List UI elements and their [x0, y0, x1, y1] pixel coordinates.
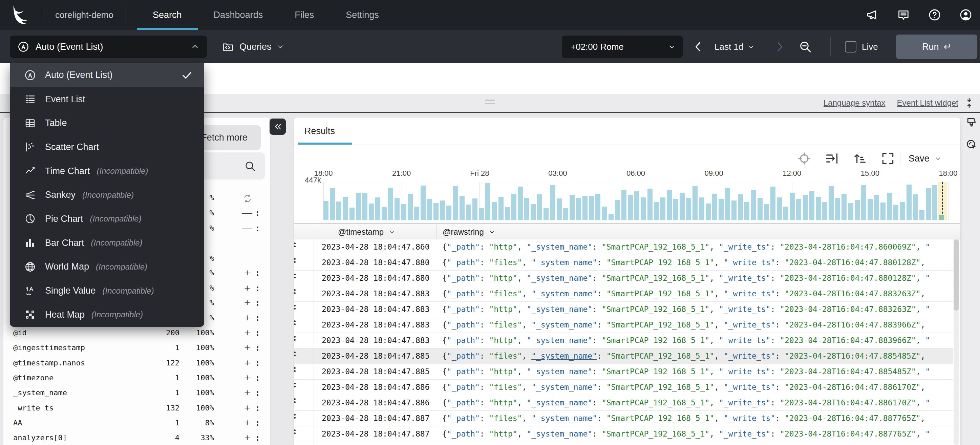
remove-field-button[interactable]: —: [240, 221, 254, 236]
add-field-button[interactable]: +: [240, 296, 254, 311]
nav-tab-search[interactable]: Search: [137, 0, 198, 30]
view-menu-item-pie-chart[interactable]: Pie Chart(Incompatible): [10, 207, 204, 231]
field-menu-icon[interactable]: [257, 224, 267, 234]
field-menu-icon[interactable]: [257, 283, 267, 294]
row-menu-cell[interactable]: [294, 302, 314, 317]
add-field-button[interactable]: +: [240, 401, 254, 416]
sort-ascending-icon[interactable]: [852, 151, 867, 166]
table-row[interactable]: 2023-04-28 18:04:47.886{"_path": "http",…: [294, 395, 953, 411]
table-row[interactable]: 2023-04-28 18:04:47.885{"_path": "files"…: [294, 348, 953, 364]
field-name[interactable]: @timezone: [13, 373, 54, 382]
fullscreen-icon[interactable]: [880, 151, 895, 166]
add-field-button[interactable]: +: [240, 416, 254, 431]
add-field-button[interactable]: +: [240, 326, 254, 341]
field-name[interactable]: @timestamp.nanos: [13, 359, 85, 367]
field-menu-icon[interactable]: [257, 373, 267, 383]
field-name[interactable]: @id: [13, 329, 27, 337]
field-menu-icon[interactable]: [257, 268, 267, 278]
save-dropdown-button[interactable]: Save: [908, 151, 942, 166]
row-menu-cell[interactable]: [294, 411, 314, 426]
corelight-logo-icon[interactable]: [10, 4, 32, 26]
help-icon[interactable]: [928, 8, 942, 22]
add-field-button[interactable]: +: [240, 341, 254, 356]
tab-results[interactable]: Results: [304, 118, 335, 145]
table-row[interactable]: 2023-04-28 18:04:47.887{"_path": "http",…: [294, 426, 953, 442]
scrollbar-thumb[interactable]: [954, 240, 959, 311]
nav-tab-settings[interactable]: Settings: [330, 0, 395, 30]
view-menu-item-auto-event-list-[interactable]: Auto (Event List): [10, 64, 204, 87]
results-scrollbar[interactable]: [954, 240, 959, 445]
add-field-button[interactable]: +: [240, 386, 254, 400]
view-menu-item-heat-map[interactable]: Heat Map(Incompatible): [10, 303, 204, 327]
table-row[interactable]: 2023-04-28 18:04:47.885{"_path": "http",…: [294, 364, 953, 380]
add-field-button[interactable]: +: [240, 311, 254, 326]
announcements-icon[interactable]: [865, 8, 879, 22]
field-menu-icon[interactable]: [257, 343, 267, 353]
add-field-button[interactable]: +: [240, 281, 254, 296]
field-menu-icon[interactable]: [257, 388, 267, 398]
table-row[interactable]: 2023-04-28 18:04:47.883{"_path": "http",…: [294, 302, 953, 317]
nav-tab-files[interactable]: Files: [279, 0, 330, 30]
field-menu-icon[interactable]: [257, 313, 267, 323]
view-menu-item-scatter-chart[interactable]: Scatter Chart: [10, 135, 204, 159]
field-menu-icon[interactable]: [257, 418, 267, 428]
view-menu-item-single-value[interactable]: Single Value(Incompatible): [10, 279, 204, 303]
feedback-icon[interactable]: [897, 8, 910, 22]
wrap-lines-icon[interactable]: [824, 151, 839, 166]
styling-brush-icon[interactable]: [965, 116, 978, 130]
table-row[interactable]: 2023-04-28 18:04:47.860{"_path": "http",…: [294, 240, 953, 255]
time-forward-button[interactable]: [773, 40, 786, 54]
row-menu-cell[interactable]: [294, 364, 314, 379]
view-selector-dropdown[interactable]: Auto (Event List): [10, 35, 207, 58]
timezone-selector[interactable]: +02:00 Rome: [562, 35, 682, 58]
field-menu-icon[interactable]: [257, 208, 267, 218]
view-menu-item-bar-chart[interactable]: Bar Chart(Incompatible): [10, 231, 204, 255]
add-field-button[interactable]: +: [240, 356, 254, 371]
live-checkbox[interactable]: [845, 41, 856, 52]
collapse-fields-panel-button[interactable]: [270, 119, 286, 135]
row-menu-cell[interactable]: [294, 395, 314, 410]
table-row[interactable]: 2023-04-28 18:04:47.880{"_path": "http",…: [294, 270, 953, 286]
interactions-target-icon[interactable]: [965, 138, 978, 151]
field-menu-icon[interactable]: [257, 403, 267, 413]
repository-name[interactable]: corelight-demo: [55, 0, 113, 30]
table-row[interactable]: 2023-04-28 18:04:47.880{"_path": "files"…: [294, 255, 953, 270]
field-menu-icon[interactable]: [257, 433, 267, 443]
zoom-out-time-icon[interactable]: [799, 40, 812, 54]
row-menu-cell[interactable]: [294, 380, 314, 395]
row-menu-cell[interactable]: [294, 426, 314, 442]
field-name[interactable]: _write_ts: [13, 404, 54, 412]
table-row[interactable]: 2023-04-28 18:04:47.888{"_path": "files"…: [294, 442, 953, 445]
live-toggle[interactable]: Live: [845, 35, 878, 58]
field-menu-icon[interactable]: [257, 298, 267, 308]
view-menu-item-event-list[interactable]: Event List: [10, 87, 204, 111]
view-menu-item-world-map[interactable]: World Map(Incompatible): [10, 255, 204, 279]
time-back-button[interactable]: [692, 40, 705, 54]
table-row[interactable]: 2023-04-28 18:04:47.883{"_path": "files"…: [294, 286, 953, 302]
row-menu-cell[interactable]: [294, 333, 314, 348]
nav-tab-dashboards[interactable]: Dashboards: [198, 0, 279, 30]
row-menu-cell[interactable]: [294, 317, 314, 332]
field-name[interactable]: _system_name: [13, 388, 67, 397]
refresh-icon[interactable]: [242, 193, 253, 203]
column-header-timestamp[interactable]: @timestamp: [314, 224, 436, 240]
table-row[interactable]: 2023-04-28 18:04:47.883{"_path": "files"…: [294, 317, 953, 333]
time-range-selector[interactable]: Last 1d: [714, 35, 755, 58]
add-field-button[interactable]: +: [240, 431, 254, 445]
language-syntax-link[interactable]: Language syntax: [824, 98, 886, 108]
view-menu-item-table[interactable]: Table: [10, 111, 204, 135]
row-menu-cell[interactable]: [294, 255, 314, 270]
field-name[interactable]: AA: [13, 419, 22, 427]
add-field-button[interactable]: +: [240, 371, 254, 386]
editor-resize-handle[interactable]: [485, 100, 495, 106]
collapse-vertical-icon[interactable]: [963, 97, 975, 109]
field-menu-icon[interactable]: [257, 358, 267, 369]
event-context-icon[interactable]: [797, 151, 812, 166]
column-header-rawstring[interactable]: @rawstring: [436, 224, 960, 240]
field-menu-icon[interactable]: [257, 328, 267, 339]
queries-dropdown-button[interactable]: Queries: [222, 35, 285, 58]
run-button[interactable]: Run ↵: [896, 35, 977, 59]
field-name[interactable]: @ingesttimestamp: [13, 343, 85, 352]
field-name[interactable]: analyzers[0]: [13, 434, 67, 442]
account-icon[interactable]: [959, 8, 972, 22]
